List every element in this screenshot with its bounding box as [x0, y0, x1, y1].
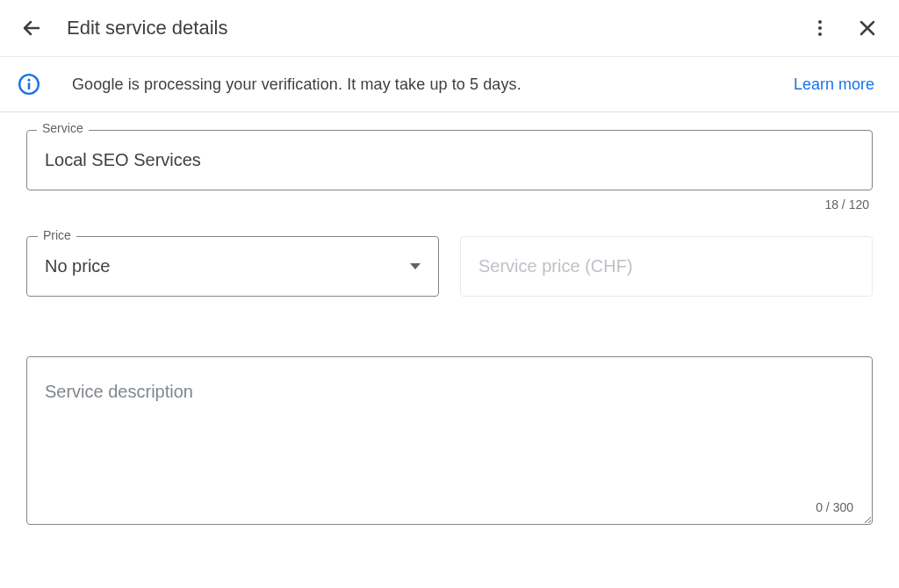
back-button[interactable] — [21, 18, 42, 39]
service-input[interactable] — [26, 130, 873, 190]
price-label: Price — [38, 228, 76, 242]
price-select[interactable]: Price No price — [26, 236, 439, 297]
more-options-button[interactable] — [809, 18, 831, 39]
price-value: No price — [45, 256, 110, 276]
learn-more-link[interactable]: Learn more — [794, 75, 874, 94]
close-button[interactable] — [857, 18, 878, 39]
service-counter: 18 / 120 — [26, 197, 873, 212]
more-vert-icon — [809, 18, 831, 39]
svg-point-2 — [818, 32, 822, 36]
svg-point-4 — [27, 79, 30, 82]
chevron-down-icon — [410, 263, 421, 269]
svg-point-1 — [818, 26, 822, 30]
service-label: Service — [37, 121, 89, 135]
verification-banner: Google is processing your verification. … — [0, 56, 899, 112]
info-icon — [18, 73, 40, 96]
svg-point-0 — [818, 20, 822, 24]
banner-text: Google is processing your verification. … — [72, 75, 794, 94]
close-icon — [857, 18, 878, 39]
svg-rect-5 — [28, 82, 31, 90]
description-counter: 0 / 300 — [816, 500, 853, 514]
description-textarea[interactable] — [26, 356, 873, 525]
service-price-input — [460, 236, 873, 297]
arrow-left-icon — [21, 18, 42, 39]
page-title: Edit service details — [67, 17, 809, 39]
